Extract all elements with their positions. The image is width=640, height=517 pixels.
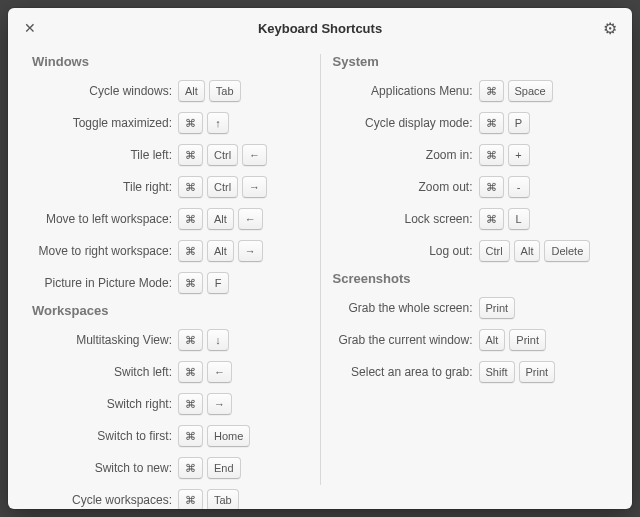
keycap: Home bbox=[207, 425, 250, 447]
shortcut-keys: ⌘End bbox=[178, 457, 241, 479]
keycap: Alt bbox=[479, 329, 506, 351]
shortcut-label: Select an area to grab: bbox=[331, 365, 479, 379]
left-column: Windows Cycle windows:AltTabToggle maxim… bbox=[20, 48, 320, 495]
keycap: ← bbox=[238, 208, 263, 230]
shortcut-row: Zoom in:⌘+ bbox=[331, 143, 611, 167]
keycap: ↓ bbox=[207, 329, 229, 351]
shortcut-label: Toggle maximized: bbox=[30, 116, 178, 130]
shortcut-label: Tile right: bbox=[30, 180, 178, 194]
shortcut-label: Switch right: bbox=[30, 397, 178, 411]
keycap: → bbox=[207, 393, 232, 415]
keycap: Space bbox=[508, 80, 553, 102]
section-workspaces: Multitasking View:⌘↓Switch left:⌘←Switch… bbox=[30, 328, 310, 509]
section-screenshots: Grab the whole screen:PrintGrab the curr… bbox=[331, 296, 611, 384]
shortcut-row: Toggle maximized:⌘↑ bbox=[30, 111, 310, 135]
shortcut-row: Zoom out:⌘- bbox=[331, 175, 611, 199]
section-screenshots-title: Screenshots bbox=[333, 271, 611, 286]
shortcut-label: Grab the whole screen: bbox=[331, 301, 479, 315]
keycap: ⌘ bbox=[178, 240, 203, 262]
keycap: ⌘ bbox=[479, 80, 504, 102]
shortcut-label: Move to left workspace: bbox=[30, 212, 178, 226]
shortcut-label: Grab the current window: bbox=[331, 333, 479, 347]
keycap: ⌘ bbox=[479, 112, 504, 134]
keycap: ⌘ bbox=[178, 425, 203, 447]
shortcut-keys: ⌘↑ bbox=[178, 112, 229, 134]
keycap: ⌘ bbox=[178, 361, 203, 383]
shortcut-keys: ⌘P bbox=[479, 112, 530, 134]
keycap: End bbox=[207, 457, 241, 479]
shortcut-row: Cycle workspaces:⌘Tab bbox=[30, 488, 310, 509]
titlebar: ✕ Keyboard Shortcuts ⚙ bbox=[8, 8, 632, 48]
window-title: Keyboard Shortcuts bbox=[258, 21, 382, 36]
shortcut-keys: AltPrint bbox=[479, 329, 546, 351]
keycap: ⌘ bbox=[178, 393, 203, 415]
close-button[interactable]: ✕ bbox=[20, 18, 40, 38]
keycap: → bbox=[242, 176, 267, 198]
shortcut-row: Switch to new:⌘End bbox=[30, 456, 310, 480]
shortcut-row: Grab the current window:AltPrint bbox=[331, 328, 611, 352]
shortcut-row: Multitasking View:⌘↓ bbox=[30, 328, 310, 352]
shortcut-label: Move to right workspace: bbox=[30, 244, 178, 258]
shortcut-label: Cycle workspaces: bbox=[30, 493, 178, 507]
keycap: ⌘ bbox=[479, 144, 504, 166]
keycap: Ctrl bbox=[207, 144, 238, 166]
shortcut-keys: ⌘Tab bbox=[178, 489, 239, 509]
keycap: Ctrl bbox=[479, 240, 510, 262]
keycap: ↑ bbox=[207, 112, 229, 134]
shortcut-keys: CtrlAltDelete bbox=[479, 240, 591, 262]
keycap: Alt bbox=[207, 208, 234, 230]
keycap: Print bbox=[479, 297, 516, 319]
shortcut-row: Lock screen:⌘L bbox=[331, 207, 611, 231]
keycap: ← bbox=[207, 361, 232, 383]
section-windows-title: Windows bbox=[32, 54, 310, 69]
shortcut-row: Log out:CtrlAltDelete bbox=[331, 239, 611, 263]
gear-icon: ⚙ bbox=[603, 19, 617, 38]
shortcut-row: Switch left:⌘← bbox=[30, 360, 310, 384]
keycap: Alt bbox=[514, 240, 541, 262]
keycap: Alt bbox=[178, 80, 205, 102]
shortcut-keys: ⌘F bbox=[178, 272, 229, 294]
section-system: Applications Menu:⌘SpaceCycle display mo… bbox=[331, 79, 611, 263]
keycap: Alt bbox=[207, 240, 234, 262]
keycap: → bbox=[238, 240, 263, 262]
shortcut-row: Grab the whole screen:Print bbox=[331, 296, 611, 320]
shortcut-keys: ⌘Alt← bbox=[178, 208, 263, 230]
keycap: + bbox=[508, 144, 530, 166]
shortcut-row: Picture in Picture Mode:⌘F bbox=[30, 271, 310, 295]
shortcut-keys: ⌘Alt→ bbox=[178, 240, 263, 262]
shortcut-row: Move to right workspace:⌘Alt→ bbox=[30, 239, 310, 263]
shortcut-label: Applications Menu: bbox=[331, 84, 479, 98]
keycap: ⌘ bbox=[178, 329, 203, 351]
shortcut-keys: ⌘- bbox=[479, 176, 530, 198]
shortcut-keys: ⌘Space bbox=[479, 80, 553, 102]
shortcut-label: Switch left: bbox=[30, 365, 178, 379]
shortcut-label: Zoom out: bbox=[331, 180, 479, 194]
shortcut-label: Switch to first: bbox=[30, 429, 178, 443]
settings-button[interactable]: ⚙ bbox=[600, 18, 620, 38]
section-system-title: System bbox=[333, 54, 611, 69]
shortcut-label: Switch to new: bbox=[30, 461, 178, 475]
shortcut-keys: ShiftPrint bbox=[479, 361, 556, 383]
shortcut-keys: ⌘Home bbox=[178, 425, 250, 447]
shortcut-label: Cycle windows: bbox=[30, 84, 178, 98]
close-icon: ✕ bbox=[24, 20, 36, 36]
right-column: System Applications Menu:⌘SpaceCycle dis… bbox=[321, 48, 621, 495]
keycap: ⌘ bbox=[178, 208, 203, 230]
shortcut-keys: ⌘+ bbox=[479, 144, 530, 166]
keycap: P bbox=[508, 112, 530, 134]
shortcut-keys: ⌘Ctrl→ bbox=[178, 176, 267, 198]
content-columns: Windows Cycle windows:AltTabToggle maxim… bbox=[8, 48, 632, 509]
keycap: Ctrl bbox=[207, 176, 238, 198]
shortcut-row: Switch right:⌘→ bbox=[30, 392, 310, 416]
shortcut-row: Tile left:⌘Ctrl← bbox=[30, 143, 310, 167]
shortcut-row: Move to left workspace:⌘Alt← bbox=[30, 207, 310, 231]
section-windows: Cycle windows:AltTabToggle maximized:⌘↑T… bbox=[30, 79, 310, 295]
keycap: Delete bbox=[544, 240, 590, 262]
shortcut-label: Multitasking View: bbox=[30, 333, 178, 347]
keycap: Shift bbox=[479, 361, 515, 383]
keycap: ⌘ bbox=[178, 144, 203, 166]
keycap: ⌘ bbox=[178, 272, 203, 294]
shortcut-label: Log out: bbox=[331, 244, 479, 258]
keycap: ⌘ bbox=[178, 112, 203, 134]
keycap: Tab bbox=[207, 489, 239, 509]
